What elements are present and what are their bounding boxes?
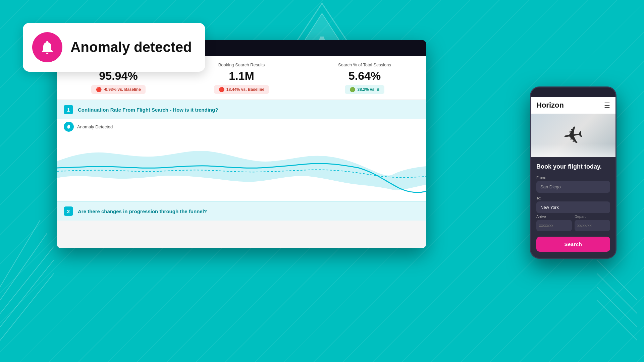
mobile-depart-input[interactable] (575, 220, 610, 231)
section-1-header: 1 Continuation Rate From Flight Search -… (57, 100, 426, 119)
mobile-depart-label: Depart (575, 215, 610, 219)
anomaly-label: Anomaly Detected (77, 124, 113, 129)
mobile-depart-col: Depart (575, 215, 610, 231)
mobile-hero-image: ✈ (531, 114, 615, 157)
badge-text-2: 18.44% vs. Baseline (226, 87, 264, 92)
svg-line-5 (0, 247, 54, 314)
mobile-status-bar (531, 87, 615, 97)
section-title-2: Are there changes in progression through… (78, 208, 207, 214)
mobile-arrive-col: Arrive (536, 215, 572, 231)
metric-label-3: Search % of Total Sessions (338, 62, 391, 67)
metric-label-2: Booking Search Results (218, 62, 265, 67)
anomaly-bell-svg (66, 124, 71, 129)
mobile-to-input[interactable] (536, 201, 610, 213)
badge-up-icon-3: 🟢 (350, 87, 355, 92)
metric-value-3: 5.64% (348, 69, 381, 82)
badge-text-1: -0.93% vs. Baseline (104, 87, 141, 92)
bell-icon (39, 39, 55, 55)
badge-down-icon-2: 🔴 (219, 87, 224, 92)
svg-line-3 (0, 274, 54, 341)
diagonal-lines-left (0, 206, 54, 342)
badge-text-3: 38.2% vs. B (357, 87, 379, 92)
hamburger-icon[interactable]: ☰ (604, 101, 610, 109)
mobile-body: Book your flight today. From: To: Arrive… (531, 157, 615, 258)
notification-text: Anomaly detected (70, 39, 192, 55)
mobile-logo: Horizon (536, 101, 564, 110)
svg-line-10 (597, 274, 637, 314)
badge-down-icon-1: 🔴 (96, 87, 102, 92)
mobile-app: Horizon ☰ ✈ Book your flight today. From… (530, 86, 616, 259)
mobile-date-row: Arrive Depart (536, 215, 610, 231)
dashboard-content: Booking Search Continuation % 95.94% 🔴 -… (57, 56, 426, 248)
svg-line-8 (597, 300, 637, 341)
svg-line-9 (597, 287, 637, 327)
mobile-from-label: From: (536, 176, 610, 180)
mobile-search-button[interactable]: Search (536, 237, 610, 252)
section-2-header: 2 Are there changes in progression throu… (57, 201, 426, 221)
mobile-arrive-input[interactable] (536, 220, 572, 231)
svg-line-4 (0, 260, 54, 327)
metric-badge-1: 🔴 -0.93% vs. Baseline (91, 85, 146, 94)
metric-badge-2: 🔴 18.44% vs. Baseline (214, 85, 269, 94)
mobile-header: Horizon ☰ (531, 97, 615, 114)
chart-svg (57, 134, 426, 201)
metric-value-2: 1.1M (229, 69, 254, 82)
svg-line-7 (0, 220, 40, 287)
notification-icon-circle (32, 32, 62, 62)
section-number-1: 1 (64, 105, 73, 114)
anomaly-row: Anomaly Detected (57, 119, 426, 134)
mobile-from-input[interactable] (536, 181, 610, 193)
metric-badge-3: 🟢 38.2% vs. B (345, 85, 384, 94)
section-title-1: Continuation Rate From Flight Search - H… (78, 107, 218, 113)
mobile-tagline: Book your flight today. (536, 163, 610, 170)
svg-line-11 (597, 260, 637, 300)
anomaly-bell-icon (64, 122, 74, 132)
mobile-arrive-label: Arrive (536, 215, 572, 219)
metric-search-sessions: Search % of Total Sessions 5.64% 🟢 38.2%… (303, 56, 426, 100)
mobile-to-label: To: (536, 196, 610, 200)
chart-area (57, 134, 426, 201)
section-number-2: 2 (64, 206, 73, 216)
notification-card: Anomaly detected (23, 23, 205, 72)
cloud-overlay (531, 144, 615, 157)
